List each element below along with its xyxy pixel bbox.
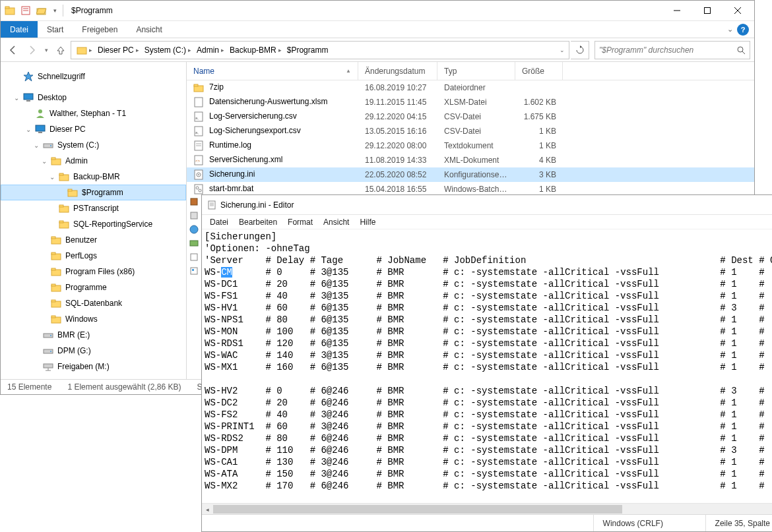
svg-rect-73	[190, 241, 198, 246]
search-box[interactable]: "$Programm" durchsuchen	[595, 41, 750, 59]
scroll-left-icon[interactable]: ◂	[202, 504, 213, 515]
tree-item-perflogs[interactable]: PerfLogs	[1, 248, 186, 264]
file-type: Dateiordner	[437, 83, 515, 92]
qa-dropdown-icon[interactable]: ▾	[50, 3, 59, 18]
tree-item-sqlrs[interactable]: SQL-ReportingService	[1, 216, 186, 232]
nav-tree[interactable]: Schnellzugriff⌄DesktopWalther, Stephan -…	[1, 62, 187, 379]
col-name[interactable]: Name	[187, 62, 358, 80]
tab-file[interactable]: Datei	[1, 21, 38, 38]
minimize-button[interactable]	[662, 1, 692, 20]
file-row[interactable]: a,Log-Serversicherung.csv29.12.2020 04:1…	[187, 109, 754, 124]
file-row[interactable]: <>ServerSicherung.xml11.08.2019 14:33XML…	[187, 153, 754, 167]
file-row[interactable]: Datensicherung-Auswertung.xlsm19.11.2015…	[187, 95, 754, 109]
menu-file[interactable]: Datei	[206, 216, 232, 228]
svg-rect-38	[51, 268, 55, 270]
refresh-button[interactable]	[571, 41, 589, 59]
tree-item-sqldb[interactable]: SQL-Datenbank	[1, 295, 186, 311]
col-type[interactable]: Typ	[437, 62, 515, 80]
scroll-thumb[interactable]	[213, 505, 622, 514]
notepad-textarea[interactable]: [Sicherungen] 'Optionen: -ohneTag 'Serve…	[202, 229, 772, 503]
tree-item-freigaben[interactable]: Freigaben (M:)	[1, 359, 186, 374]
back-button[interactable]	[5, 42, 22, 59]
file-row[interactable]: Sicherung.ini22.05.2020 08:52Konfigurati…	[187, 167, 754, 182]
tree-item-programme[interactable]: Programme	[1, 280, 186, 295]
tree-item-user[interactable]: Walther, Stephan - T1	[1, 105, 186, 121]
forward-button[interactable]	[23, 42, 40, 59]
tree-item-dpm[interactable]: DPM (G:)	[1, 343, 186, 359]
expand-icon[interactable]: ⌄	[40, 158, 48, 165]
tree-item-desktop[interactable]: ⌄Desktop	[1, 90, 186, 105]
breadcrumb-seg: $Programm	[284, 45, 331, 55]
maximize-button[interactable]	[692, 1, 723, 20]
col-date[interactable]: Änderungsdatum	[358, 62, 437, 80]
tab-share[interactable]: Freigeben	[73, 21, 127, 38]
file-row[interactable]: 7zip16.08.2019 10:27Dateiordner	[187, 80, 754, 95]
file-name: Sicherung.ini	[209, 169, 255, 179]
tree-item-backup[interactable]: ⌄Backup-BMR	[1, 169, 186, 185]
tool-icon[interactable]	[187, 264, 201, 278]
up-button[interactable]	[52, 42, 69, 59]
tree-item-bmr[interactable]: BMR (E:)	[1, 327, 186, 343]
qa-open-icon[interactable]	[34, 3, 49, 18]
tool-icon[interactable]	[187, 237, 201, 250]
help-icon[interactable]: ?	[737, 24, 749, 36]
tool-icon[interactable]	[187, 195, 201, 208]
svg-rect-42	[51, 300, 55, 302]
address-bar[interactable]: ▸ Dieser PC▸ System (C:)▸ Admin▸ Backup-…	[71, 41, 569, 59]
col-size[interactable]: Größe	[515, 62, 563, 80]
tree-item-benutzer[interactable]: Benutzer	[1, 232, 186, 248]
file-size: 4 KB	[515, 156, 563, 165]
file-row[interactable]: Runtime.log29.12.2020 08:00Textdokument1…	[187, 138, 754, 153]
tree-label: Dieser PC	[48, 125, 86, 134]
tree-item-thispc[interactable]: ⌄Dieser PC	[1, 121, 186, 137]
file-size: 1 KB	[515, 141, 563, 150]
menu-view[interactable]: Ansicht	[319, 216, 353, 228]
tab-start[interactable]: Start	[38, 21, 73, 38]
tree-item-pstranscript[interactable]: PSTranscript	[1, 200, 186, 216]
ribbon-expand-icon[interactable]: ⌄	[727, 25, 733, 34]
qa-properties-icon[interactable]	[18, 3, 33, 18]
expand-icon[interactable]: ⌄	[13, 94, 20, 102]
tree-label: Schnellzugriff	[36, 72, 85, 81]
expand-icon[interactable]: ⌄	[24, 126, 32, 133]
tree-label: Benutzer	[64, 235, 97, 245]
tool-icon[interactable]	[187, 251, 201, 264]
tree-item-quick[interactable]: Schnellzugriff	[1, 69, 186, 84]
tree-item-systemc[interactable]: ⌄System (C:)	[1, 137, 186, 153]
menu-help[interactable]: Hilfe	[356, 216, 379, 228]
horizontal-scrollbar[interactable]: ◂ ▸	[202, 503, 772, 514]
user-icon	[35, 108, 46, 119]
expand-icon[interactable]: ⌄	[48, 173, 56, 181]
file-size: 1.602 KB	[515, 98, 563, 107]
close-button[interactable]	[723, 1, 753, 20]
tree-item-windows[interactable]: Windows	[1, 311, 186, 327]
tool-icon[interactable]	[187, 223, 201, 236]
svg-point-22	[50, 145, 51, 146]
file-date: 13.05.2015 16:16	[358, 127, 437, 136]
svg-rect-74	[191, 254, 197, 260]
file-type: Konfigurationsein...	[437, 170, 515, 179]
drive-icon	[43, 330, 53, 340]
file-icon: a,	[193, 111, 204, 122]
tree-item-programm[interactable]: $Programm	[1, 185, 186, 200]
explorer-titlebar: ▾ $Programm	[1, 1, 754, 21]
folder-icon	[59, 203, 69, 214]
breadcrumb-seg: Admin▸	[194, 45, 227, 55]
tree-item-admin[interactable]: ⌄Admin	[1, 153, 186, 169]
svg-rect-26	[59, 173, 63, 175]
tab-view[interactable]: Ansicht	[127, 21, 171, 38]
recent-dropdown-icon[interactable]: ▾	[42, 42, 51, 59]
folder-icon: ▸	[74, 45, 95, 55]
svg-point-13	[738, 47, 743, 52]
menu-edit[interactable]: Bearbeiten	[235, 216, 281, 228]
svg-rect-70	[191, 198, 197, 205]
tree-item-pf86[interactable]: Program Files (x86)	[1, 264, 186, 280]
address-dropdown-icon[interactable]: ⌄	[556, 47, 569, 53]
file-row[interactable]: a,Log-Sicherungsexport.csv13.05.2015 16:…	[187, 124, 754, 138]
status-position: Zeile 35, Spalte 6	[705, 515, 772, 531]
expand-icon[interactable]: ⌄	[32, 142, 40, 149]
file-size: 1 KB	[515, 127, 563, 136]
file-date: 22.05.2020 08:52	[358, 170, 437, 179]
tool-icon[interactable]	[187, 209, 201, 222]
menu-format[interactable]: Format	[284, 216, 317, 228]
